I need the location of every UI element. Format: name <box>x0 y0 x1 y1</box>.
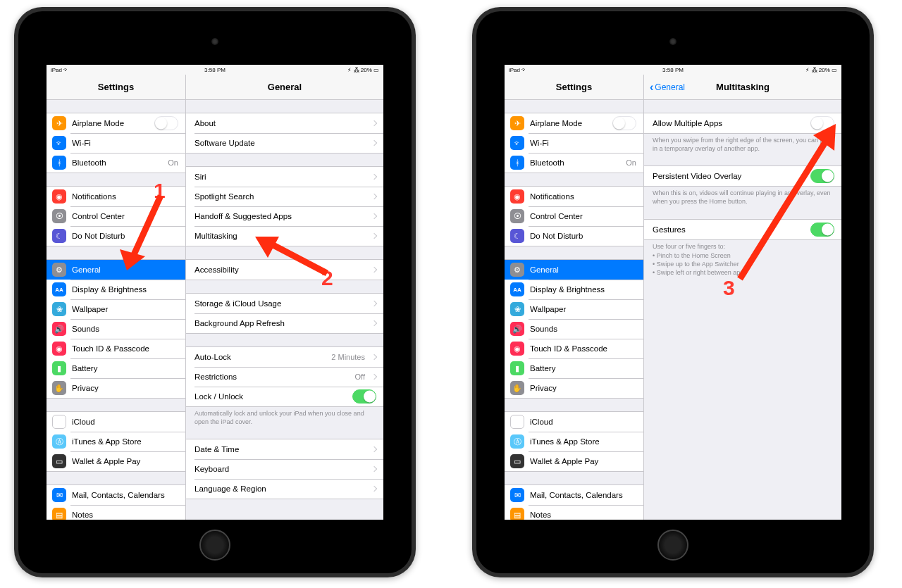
sidebar-item-do-not-disturb[interactable]: ☾Do Not Disturb <box>505 226 643 246</box>
battery-icon: ▮ <box>52 361 66 375</box>
sidebar-item-general[interactable]: ⚙General <box>505 260 643 280</box>
back-button[interactable]: ‹ General <box>650 82 685 93</box>
toggle[interactable] <box>810 169 834 183</box>
general-row-background-app-refresh[interactable]: Background App Refresh <box>186 313 383 333</box>
sidebar-item-value: On <box>626 158 636 167</box>
home-button[interactable] <box>199 530 230 561</box>
multitasking-row-allow-multiple-apps[interactable]: Allow Multiple Apps <box>644 113 841 133</box>
sidebar-item-battery[interactable]: ▮Battery <box>505 358 643 378</box>
general-row-lock-unlock[interactable]: Lock / Unlock <box>186 387 383 406</box>
sidebar-item-label: Sounds <box>530 325 636 333</box>
sidebar-item-label: Bluetooth <box>530 158 626 167</box>
general-row-software-update[interactable]: Software Update <box>186 133 383 153</box>
status-carrier: iPad ᯤ <box>51 67 69 73</box>
general-row-restrictions[interactable]: RestrictionsOff <box>186 367 383 387</box>
sidebar-item-itunes-app-store[interactable]: ⒶiTunes & App Store <box>47 432 185 451</box>
sidebar-item-icloud[interactable]: ☁iCloud <box>47 412 185 432</box>
callout-3: 3 <box>723 276 735 300</box>
back-label: General <box>655 82 685 92</box>
sidebar-item-itunes-app-store[interactable]: ⒶiTunes & App Store <box>505 432 643 451</box>
dnd-icon: ☾ <box>510 229 524 243</box>
general-row-accessibility[interactable]: Accessibility <box>186 260 383 280</box>
sidebar-item-sounds[interactable]: 🔊Sounds <box>505 319 643 339</box>
multitasking-row-persistent-video-overlay[interactable]: Persistent Video Overlay <box>644 166 841 186</box>
sidebar-item-general[interactable]: ⚙General <box>47 260 185 280</box>
sidebar-item-privacy[interactable]: ✋Privacy <box>505 378 643 398</box>
camera-icon <box>211 38 218 45</box>
privacy-icon: ✋ <box>510 381 524 395</box>
notes-icon: ▤ <box>510 508 524 520</box>
sidebar-item-wallpaper[interactable]: ❀Wallpaper <box>505 299 643 319</box>
sidebar-item-label: Mail, Contacts, Calendars <box>530 491 636 499</box>
wallpaper-icon: ❀ <box>52 302 66 316</box>
general-row-storage-icloud-usage[interactable]: Storage & iCloud Usage <box>186 294 383 313</box>
sidebar-item-do-not-disturb[interactable]: ☾Do Not Disturb <box>47 226 185 246</box>
general-row-language-region[interactable]: Language & Region <box>186 479 383 499</box>
sidebar-item-notifications[interactable]: ◉Notifications <box>505 187 643 206</box>
sidebar-item-wi-fi[interactable]: ᯤWi-Fi <box>505 133 643 153</box>
sidebar-item-wallpaper[interactable]: ❀Wallpaper <box>47 299 185 319</box>
appstore-icon: Ⓐ <box>52 434 66 449</box>
wifi-icon: ᯤ <box>510 136 524 150</box>
sidebar-item-label: Battery <box>72 364 178 373</box>
screen-general: iPad ᯤ 3:58 PM ⚡︎ ⁂ 20% ▭ Settings ✈Airp… <box>47 65 383 520</box>
airplane-icon: ✈ <box>510 116 524 130</box>
sidebar-item-privacy[interactable]: ✋Privacy <box>47 378 185 398</box>
toggle[interactable] <box>810 116 834 130</box>
multitasking-row-label: Persistent Video Overlay <box>653 172 810 180</box>
sidebar-item-sounds[interactable]: 🔊Sounds <box>47 319 185 339</box>
status-bar: iPad ᯤ 3:58 PM ⚡︎ ⁂ 20% ▭ <box>47 65 383 75</box>
toggle[interactable] <box>352 389 376 404</box>
sidebar-item-label: Touch ID & Passcode <box>72 344 178 353</box>
multitasking-list[interactable]: Allow Multiple AppsWhen you swipe from t… <box>644 100 841 520</box>
general-row-label: Lock / Unlock <box>194 392 352 401</box>
sidebar-item-wi-fi[interactable]: ᯤWi-Fi <box>47 133 185 153</box>
sidebar-item-mail-contacts-calendars[interactable]: ✉Mail, Contacts, Calendars <box>505 485 643 505</box>
sidebar-item-label: General <box>530 265 636 274</box>
toggle[interactable] <box>612 116 636 130</box>
general-row-label: Background App Refresh <box>194 319 368 327</box>
general-row-siri[interactable]: Siri <box>186 167 383 187</box>
detail-title: General <box>186 75 383 100</box>
sidebar-item-touch-id-passcode[interactable]: ◉Touch ID & Passcode <box>47 339 185 358</box>
general-row-value: 2 Minutes <box>331 353 365 361</box>
multitasking-row-gestures[interactable]: Gestures <box>644 220 841 239</box>
general-row-keyboard[interactable]: Keyboard <box>186 459 383 479</box>
sidebar-item-label: Notes <box>72 511 178 519</box>
sidebar-item-control-center[interactable]: ⦿Control Center <box>47 206 185 226</box>
sidebar-item-wallet-apple-pay[interactable]: ▭Wallet & Apple Pay <box>47 451 185 471</box>
sidebar-item-touch-id-passcode[interactable]: ◉Touch ID & Passcode <box>505 339 643 358</box>
general-row-auto-lock[interactable]: Auto-Lock2 Minutes <box>186 347 383 367</box>
sidebar-item-bluetooth[interactable]: ᚼBluetoothOn <box>505 153 643 173</box>
sidebar-item-airplane-mode[interactable]: ✈Airplane Mode <box>505 113 643 133</box>
sidebar-item-display-brightness[interactable]: AADisplay & Brightness <box>505 280 643 299</box>
sidebar-item-notes[interactable]: ▤Notes <box>47 505 185 520</box>
sidebar-list[interactable]: ✈Airplane ModeᯤWi-FiᚼBluetoothOn◉Notific… <box>47 100 185 520</box>
general-row-label: Date & Time <box>194 445 368 453</box>
general-row-multitasking[interactable]: Multitasking <box>186 226 383 246</box>
sidebar-item-display-brightness[interactable]: AADisplay & Brightness <box>47 280 185 299</box>
battery-icon: ▮ <box>510 361 524 375</box>
sidebar-item-wallet-apple-pay[interactable]: ▭Wallet & Apple Pay <box>505 451 643 471</box>
general-list[interactable]: AboutSoftware UpdateSiriSpotlight Search… <box>186 100 383 520</box>
toggle[interactable] <box>154 116 178 130</box>
general-row-spotlight-search[interactable]: Spotlight Search <box>186 187 383 206</box>
sidebar-item-value: On <box>168 158 178 167</box>
general-row-date-time[interactable]: Date & Time <box>186 439 383 459</box>
chevron-right-icon <box>371 120 377 126</box>
toggle[interactable] <box>810 223 834 237</box>
sidebar-item-icloud[interactable]: ☁iCloud <box>505 412 643 432</box>
settings-sidebar: Settings ✈Airplane ModeᯤWi-FiᚼBluetoothO… <box>505 75 644 520</box>
general-row-about[interactable]: About <box>186 113 383 133</box>
sidebar-item-notes[interactable]: ▤Notes <box>505 505 643 520</box>
sidebar-item-mail-contacts-calendars[interactable]: ✉Mail, Contacts, Calendars <box>47 485 185 505</box>
sidebar-item-airplane-mode[interactable]: ✈Airplane Mode <box>47 113 185 133</box>
sidebar-item-control-center[interactable]: ⦿Control Center <box>505 206 643 226</box>
sidebar-item-battery[interactable]: ▮Battery <box>47 358 185 378</box>
home-button[interactable] <box>657 530 688 561</box>
sidebar-list[interactable]: ✈Airplane ModeᯤWi-FiᚼBluetoothOn◉Notific… <box>505 100 643 520</box>
sidebar-item-label: Privacy <box>530 384 636 392</box>
sidebar-item-label: Bluetooth <box>72 158 168 167</box>
sidebar-item-bluetooth[interactable]: ᚼBluetoothOn <box>47 153 185 173</box>
general-row-handoff-suggested-apps[interactable]: Handoff & Suggested Apps <box>186 206 383 226</box>
